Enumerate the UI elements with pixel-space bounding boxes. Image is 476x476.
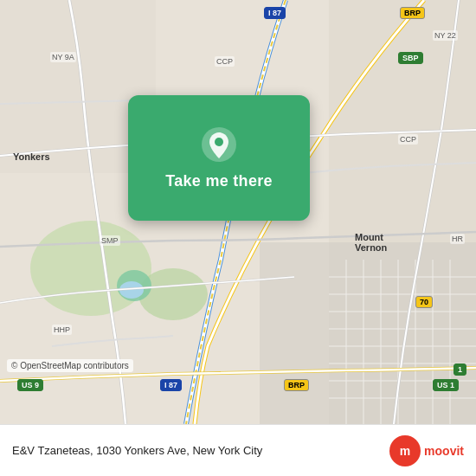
svg-point-2 [138, 268, 208, 320]
copyright-text: © OpenStreetMap contributors [7, 359, 133, 372]
i87-shield-top: I 87 [264, 7, 286, 19]
svg-text:m: m [400, 444, 410, 458]
brp-shield-bottom: BRP [284, 379, 309, 391]
brp-shield-top: BRP [400, 7, 425, 19]
bottom-bar: E&V Tzaneteas, 1030 Yonkers Ave, New Yor… [0, 424, 476, 476]
route1-label: 1 [453, 363, 466, 376]
svg-point-1 [30, 221, 151, 316]
moovit-logo: m moovit [389, 435, 464, 466]
destination-text: E&V Tzaneteas, 1030 Yonkers Ave, New Yor… [12, 444, 262, 457]
sbp-label: SBP [398, 52, 423, 64]
moovit-icon: m [389, 435, 421, 466]
location-pin-icon [200, 125, 238, 164]
take-me-there-label: Take me there [165, 172, 273, 190]
i87-shield-bottom: I 87 [160, 379, 182, 391]
route70-label: 70 [415, 296, 433, 308]
moovit-text: moovit [424, 444, 464, 458]
us1-label: US 1 [433, 379, 459, 391]
svg-point-24 [215, 138, 223, 146]
take-me-there-card[interactable]: Take me there [128, 95, 310, 221]
map-container: Yonkers MountVernon I 87 I 87 BRP BRP NY… [0, 0, 476, 424]
us9-label: US 9 [17, 379, 43, 391]
svg-rect-7 [260, 242, 476, 424]
